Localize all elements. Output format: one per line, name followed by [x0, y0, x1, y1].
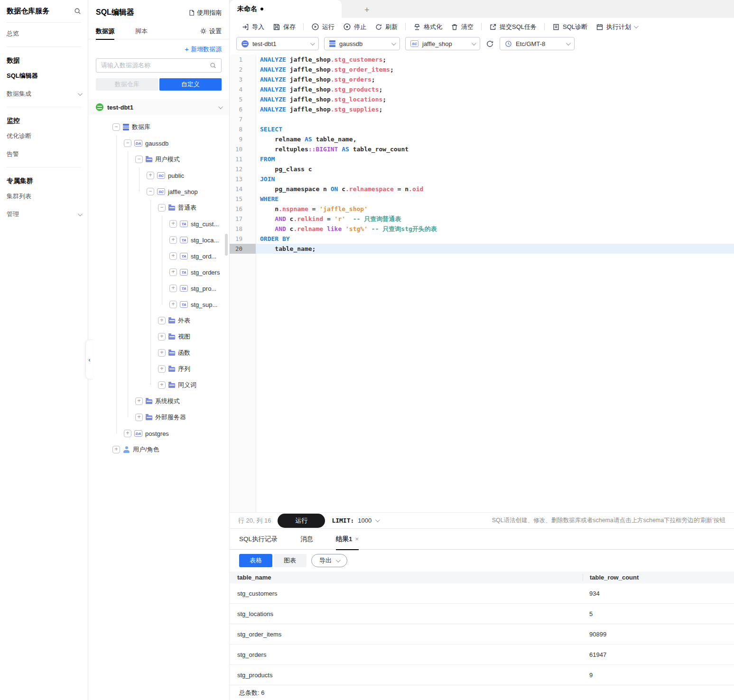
- tree-item[interactable]: −数据库: [88, 119, 229, 135]
- tab-result1[interactable]: 结果1 ×: [336, 529, 359, 550]
- code-line[interactable]: ANALYZE jaffle_shop.stg_orders;: [256, 74, 734, 84]
- code-line[interactable]: SELECT: [256, 124, 734, 134]
- tree-expander[interactable]: −: [158, 204, 166, 212]
- tree-item[interactable]: −用户模式: [88, 151, 229, 167]
- add-datasource-link[interactable]: + 新增数据源: [185, 45, 222, 54]
- tree-expander[interactable]: −: [135, 156, 143, 163]
- panel-collapse-handle[interactable]: ‹: [85, 340, 93, 379]
- new-tab-button[interactable]: +: [364, 6, 370, 14]
- view-chart-button[interactable]: 图表: [273, 554, 307, 567]
- tree-item[interactable]: −DAgaussdb: [88, 135, 229, 151]
- tree-expander[interactable]: +: [169, 285, 177, 292]
- table-row[interactable]: stg_customers934: [230, 583, 734, 604]
- tree-item[interactable]: +外部服务器: [88, 409, 229, 425]
- tree-item[interactable]: +同义词: [88, 377, 229, 393]
- tree-item[interactable]: +SCpublic: [88, 167, 229, 184]
- format-button[interactable]: 格式化: [409, 21, 446, 33]
- tree-expander[interactable]: +: [135, 414, 143, 421]
- database-select[interactable]: gaussdb: [324, 37, 400, 50]
- table-row[interactable]: stg_locations5: [230, 604, 734, 624]
- settings-button[interactable]: 设置: [200, 27, 222, 36]
- code-line[interactable]: AND c.relkind = 'r' -- 只查询普通表: [256, 214, 734, 224]
- search-icon[interactable]: [74, 8, 81, 15]
- tab-messages[interactable]: 消息: [300, 529, 313, 550]
- tree-expander[interactable]: +: [147, 172, 154, 179]
- tree-expander[interactable]: +: [169, 220, 177, 228]
- tree-expander[interactable]: +: [124, 430, 131, 437]
- code-line[interactable]: ANALYZE jaffle_shop.stg_customers;: [256, 55, 734, 64]
- tree-expander[interactable]: +: [112, 446, 120, 453]
- tree-expander[interactable]: +: [158, 317, 166, 324]
- table-row[interactable]: stg_order_items90899: [230, 624, 734, 645]
- import-button[interactable]: 导入: [237, 21, 269, 33]
- close-icon[interactable]: ×: [355, 535, 359, 543]
- tree-item[interactable]: +外表: [88, 313, 229, 329]
- tab-scripts[interactable]: 脚本: [135, 23, 148, 39]
- code-line[interactable]: JOIN: [256, 174, 734, 184]
- tree-expander[interactable]: +: [158, 349, 166, 357]
- clear-button[interactable]: 清空: [446, 21, 478, 33]
- save-button[interactable]: 保存: [269, 21, 300, 33]
- sidebar-item-overview[interactable]: 总览: [0, 25, 88, 43]
- tree-item[interactable]: +序列: [88, 361, 229, 377]
- tree-item[interactable]: +视图: [88, 329, 229, 345]
- limit-select[interactable]: LIMIT: 1000: [332, 517, 379, 524]
- connection-select[interactable]: test-dbt1: [236, 37, 319, 50]
- tree-item[interactable]: +TAstg_loca...: [88, 232, 229, 248]
- toggle-warehouse-button[interactable]: 数据仓库: [96, 78, 158, 91]
- tree-item[interactable]: −SCjaffle_shop: [88, 184, 229, 200]
- tree-item[interactable]: +函数: [88, 345, 229, 361]
- sql-code-editor[interactable]: 1234567891011121314151617181920 ANALYZE …: [230, 55, 734, 512]
- tree-expander[interactable]: −: [112, 123, 120, 131]
- table-row[interactable]: stg_orders61947: [230, 645, 734, 665]
- editor-tab-untitled[interactable]: 未命名: [230, 0, 342, 18]
- run-query-button[interactable]: 运行: [278, 514, 325, 528]
- tree-expander[interactable]: +: [169, 268, 177, 276]
- schema-refresh-icon[interactable]: [486, 40, 494, 48]
- submit-sql-task-button[interactable]: 提交SQL任务: [485, 21, 541, 33]
- tree-expander[interactable]: +: [169, 236, 177, 244]
- code-line[interactable]: FROM: [256, 154, 734, 164]
- refresh-button[interactable]: 刷新: [371, 21, 402, 33]
- search-icon[interactable]: [210, 62, 216, 69]
- code-line[interactable]: ANALYZE jaffle_shop.stg_order_items;: [256, 64, 734, 74]
- table-row[interactable]: stg_products9: [230, 665, 734, 685]
- tree-item[interactable]: +TAstg_cust...: [88, 216, 229, 232]
- tree-item[interactable]: +DApostgres: [88, 425, 229, 442]
- code-line[interactable]: ANALYZE jaffle_shop.stg_locations;: [256, 94, 734, 104]
- tree-item[interactable]: +TAstg_orders: [88, 264, 229, 280]
- code-lines[interactable]: ANALYZE jaffle_shop.stg_customers;ANALYZ…: [256, 55, 734, 512]
- code-line[interactable]: ANALYZE jaffle_shop.stg_supplies;: [256, 104, 734, 114]
- tree-expander[interactable]: +: [158, 365, 166, 373]
- tree-expander[interactable]: +: [158, 381, 166, 389]
- code-line[interactable]: pg_class c: [256, 164, 734, 174]
- code-line[interactable]: [256, 114, 734, 124]
- toggle-custom-button[interactable]: 自定义: [159, 78, 222, 91]
- code-line[interactable]: pg_namespace n ON c.relnamespace = n.oid: [256, 184, 734, 194]
- sql-diagnose-button[interactable]: SQL诊断: [548, 21, 592, 33]
- tree-item[interactable]: +用户/角色: [88, 442, 229, 458]
- timezone-select[interactable]: Etc/GMT-8: [500, 37, 575, 50]
- tree-expander[interactable]: −: [147, 188, 154, 195]
- tree-item[interactable]: +TAstg_sup...: [88, 296, 229, 313]
- schema-select[interactable]: SC jaffle_shop: [405, 37, 480, 50]
- tree-expander[interactable]: +: [135, 397, 143, 405]
- code-line[interactable]: ORDER BY: [256, 234, 734, 244]
- code-line[interactable]: relname AS table_name,: [256, 134, 734, 144]
- code-line[interactable]: ANALYZE jaffle_shop.stg_products;: [256, 84, 734, 94]
- tree-expander[interactable]: +: [169, 252, 177, 260]
- sidebar-item-cluster-list[interactable]: 集群列表: [0, 187, 88, 205]
- tree-expander[interactable]: +: [158, 333, 166, 341]
- view-table-button[interactable]: 表格: [239, 554, 272, 567]
- datasource-search-input[interactable]: 请输入数据源名称: [96, 58, 222, 73]
- code-line[interactable]: table_name;: [256, 244, 734, 254]
- tree-item[interactable]: +TAstg_pro...: [88, 280, 229, 296]
- sidebar-item-optimize-diagnose[interactable]: 优化诊断: [0, 127, 88, 145]
- run-button[interactable]: 运行: [307, 21, 339, 33]
- tree-expander[interactable]: −: [124, 139, 131, 147]
- tree-expander[interactable]: +: [169, 301, 177, 308]
- export-button[interactable]: 导出: [311, 554, 347, 567]
- code-line[interactable]: WHERE: [256, 194, 734, 204]
- tab-sql-history[interactable]: SQL执行记录: [239, 529, 278, 550]
- execution-plan-button[interactable]: 执行计划: [592, 21, 641, 33]
